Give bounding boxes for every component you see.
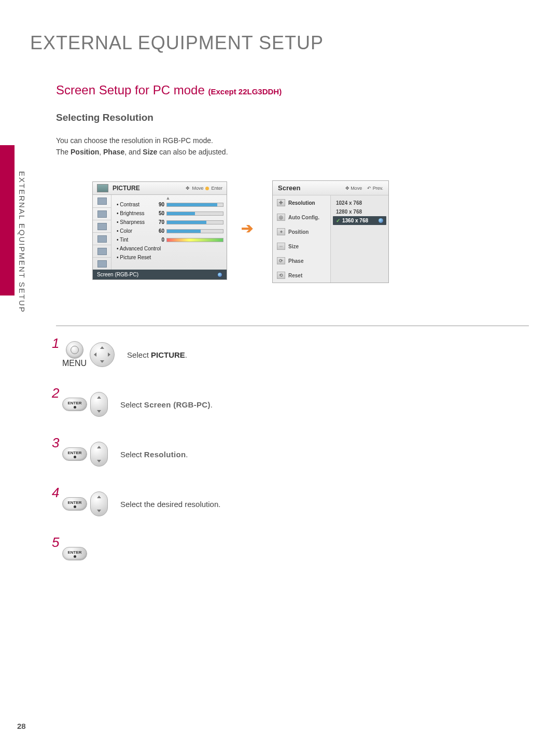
desc-bold-phase: Phase [103,148,124,156]
menu-button [66,341,83,359]
nav-icon: ✥ [186,186,190,191]
step-text-pre: Select the desired resolution. [120,500,220,509]
setting-label: • Contrast [113,202,153,207]
menu-item-label: Size [288,244,299,249]
setting-value: 70 [155,219,164,225]
osd-setting-row[interactable]: • Sharpness70 [113,218,223,227]
screen-menu-item[interactable]: ✚Resolution [273,195,330,210]
desc-text: can also be adjusted. [157,148,228,156]
setting-bar [166,203,223,207]
steps-list: 1MENUSelect PICTURE.2ENTERSelect Screen … [52,340,415,589]
enter-indicator-icon [379,218,383,223]
subsection-title: Selecting Resolution [56,112,153,123]
setting-label: • Color [113,228,153,234]
osd-selected-label: Screen (RGB-PC) [97,272,138,277]
category-icon [97,260,107,268]
osd-picture-selected-row[interactable]: Screen (RGB-PC) [93,270,227,279]
enter-indicator-icon [217,272,222,277]
nav-updown-icon [90,491,108,516]
menu-item-label: Phase [288,258,303,264]
step-text-pre: Select [127,350,151,359]
step-text-bold: Screen (RGB-PC) [144,400,211,409]
enter-button: ENTER [62,447,87,461]
setting-label: • Sharpness [113,219,153,225]
step-number: 1 [52,340,62,347]
check-icon: ✓ [336,218,340,223]
screen-menu-item[interactable]: ⌖Position [273,224,330,239]
osd-setting-row[interactable]: • Picture Reset [113,253,223,262]
screen-menu-item[interactable]: ↔Size [273,239,330,254]
button-label: ENTER [67,550,81,555]
setting-label: • Brightness [113,210,153,216]
arrow-right-icon: ➔ [241,220,253,237]
osd-setting-row[interactable]: • Contrast90 [113,200,223,209]
section-title-text: Screen Setup for PC mode [56,83,208,97]
step-buttons: MENU [62,341,115,368]
enter-dot-icon [74,456,76,458]
description-line-2: The Position, Phase, and Size can also b… [56,146,228,158]
section-title: Screen Setup for PC mode (Except 22LG3DD… [56,83,282,97]
osd-setting-row[interactable]: • Advanced Control [113,244,223,253]
osd-picture-header: PICTURE ✥ Move Enter [93,182,227,195]
step-row: 2ENTERSelect Screen (RGB-PC). [52,390,415,419]
nav-updown-icon [90,442,108,467]
category-icon [97,210,107,218]
enter-dot-icon [74,505,76,508]
setting-bar: RG [166,238,223,242]
button-label: ENTER [67,451,81,455]
category-icon [97,235,107,243]
menu-item-icon: ⟲ [277,272,285,279]
step-number: 2 [52,390,62,397]
picture-icon [97,184,108,192]
resolution-option[interactable]: 1280 x 768 [333,207,386,216]
setting-value: 0 [155,237,164,243]
resolution-option[interactable]: ✓1360 x 768 [333,216,386,225]
hint-enter: Enter [211,186,222,191]
step-text-post: . [185,350,187,359]
step-text: Select the desired resolution. [120,500,220,509]
step-text-post: . [186,450,188,459]
step-buttons: ENTER [62,392,108,417]
osd-resolution-options: 1024 x 7681280 x 768✓1360 x 768 [331,195,388,283]
desc-bold-size: Size [143,148,157,156]
menu-item-icon: ↔ [277,243,285,250]
step-number: 4 [52,489,62,496]
resolution-option[interactable]: 1024 x 768 [333,199,386,207]
resolution-label: 1360 x 768 [342,218,368,223]
section-title-except: (Except 22LG3DDH) [208,87,282,96]
screen-menu-item[interactable]: ⟲Reset [273,268,330,283]
enter-button: ENTER [62,398,87,411]
divider [56,326,529,326]
menu-item-icon: ✚ [277,199,285,206]
screen-menu-item[interactable]: ◎Auto Config. [273,210,330,224]
step-row: 3ENTERSelect Resolution. [52,440,415,469]
osd-setting-row[interactable]: • Tint0RG [113,235,223,244]
osd-setting-row[interactable]: • Brightness50 [113,209,223,218]
setting-label: • Tint [113,237,153,243]
setting-value: 90 [155,202,164,207]
desc-text: , [99,148,103,156]
setting-label: • Advanced Control [113,246,161,251]
osd-setting-row[interactable]: • Color60 [113,227,223,235]
hint-move: ✥ Move [345,186,362,191]
return-icon: ↶ [367,186,371,191]
category-icon [97,248,107,255]
step-row: 4ENTERSelect the desired resolution. [52,489,415,518]
desc-bold-position: Position [71,148,99,156]
step-text-pre: Select [120,400,144,409]
setting-value: 60 [155,228,164,234]
step-buttons: ENTER [62,442,108,467]
step-number: 5 [52,539,62,546]
hint-move-label: Move [351,186,362,191]
page-number: 28 [17,722,26,730]
step-row: 1MENUSelect PICTURE. [52,340,415,369]
osd-picture-panel: PICTURE ✥ Move Enter ▲ • Contrast90• Bri… [92,181,227,280]
step-text-bold: PICTURE [151,350,185,359]
osd-screen-header: Screen ✥ Move ↶ Prev. [273,181,388,195]
sidebar-accent [0,145,15,295]
osd-category-icons [93,195,111,270]
desc-text: The [56,148,71,156]
button-label: MENU [62,359,87,368]
setting-bar [166,220,223,224]
screen-menu-item[interactable]: ⟳Phase [273,254,330,268]
